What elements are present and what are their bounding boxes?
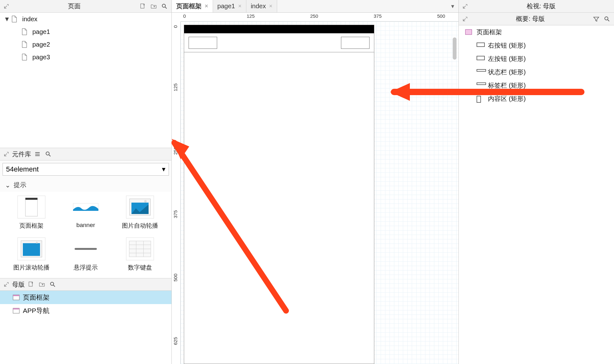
search-outline-icon[interactable] xyxy=(603,15,611,23)
svg-rect-28 xyxy=(477,56,484,60)
library-dropdown[interactable]: 54element ▾ xyxy=(3,163,169,176)
library-category[interactable]: ⌄ 提示 xyxy=(0,178,171,192)
library-panel-header: 元件库 xyxy=(0,148,171,160)
popout-icon[interactable] xyxy=(3,281,10,288)
search-library-icon[interactable] xyxy=(44,150,53,159)
masters-panel-header: 母版 xyxy=(0,278,171,291)
tab-page-frame[interactable]: 页面框架 × xyxy=(172,0,213,12)
outline-panel-title: 概要: 母版 xyxy=(516,15,545,23)
master-item-page-frame[interactable]: 页面框架 xyxy=(0,291,171,304)
tabs-dropdown-icon[interactable]: ▾ xyxy=(447,3,458,10)
outline-label: 右按钮 (矩形) xyxy=(488,41,526,50)
tree-item-page3[interactable]: page3 xyxy=(0,51,171,63)
popout-icon[interactable] xyxy=(461,3,469,10)
outline-item-left-btn[interactable]: 左按钮 (矩形) xyxy=(459,52,614,65)
expand-icon[interactable]: ▼ xyxy=(4,16,11,23)
svg-point-25 xyxy=(605,17,608,20)
close-tab-icon[interactable]: × xyxy=(269,3,272,10)
outline-root[interactable]: 页面框架 xyxy=(459,25,614,39)
outline-item-status-bar[interactable]: 状态栏 (矩形) xyxy=(459,65,614,79)
outline-label: 左按钮 (矩形) xyxy=(488,55,526,63)
widget-page-frame[interactable]: 页面框架 xyxy=(6,196,57,230)
left-button-rect[interactable] xyxy=(189,37,217,49)
tree-item-page2[interactable]: page2 xyxy=(0,38,171,51)
ruler-horizontal[interactable]: 0 125 250 375 500 xyxy=(181,13,458,22)
close-tab-icon[interactable]: × xyxy=(205,3,208,10)
rect-icon xyxy=(477,42,485,48)
widget-numpad[interactable]: 数字键盘 xyxy=(115,237,165,272)
outline-item-content[interactable]: 内容区 (矩形) xyxy=(459,92,614,105)
ruler-tick-label: 125 xyxy=(247,13,255,19)
ruler-tick-label: 0 xyxy=(183,13,186,19)
add-master-folder-icon[interactable] xyxy=(37,280,46,289)
svg-rect-3 xyxy=(25,198,37,216)
title-bar-rect[interactable] xyxy=(184,33,374,52)
page-frame-widget[interactable] xyxy=(184,25,374,364)
page-icon xyxy=(22,41,29,48)
rect-wide-icon xyxy=(477,82,485,88)
search-masters-icon[interactable] xyxy=(48,280,57,289)
tab-page1[interactable]: page1 × xyxy=(213,0,246,12)
widget-scroll-carousel[interactable]: 图片滚动轮播 xyxy=(6,237,57,272)
canvas-wrap: 0 125 250 375 500 625 xyxy=(172,22,458,364)
svg-point-2 xyxy=(46,152,49,155)
masters-list: 页面框架 APP导航 xyxy=(0,291,171,364)
ruler-tick-label: 0 xyxy=(173,25,178,28)
library-panel-title: 元件库 xyxy=(12,150,31,159)
svg-rect-24 xyxy=(13,308,19,309)
svg-point-11 xyxy=(36,242,38,244)
ruler-tick-label: 625 xyxy=(173,337,178,345)
outline-item-tab-bar[interactable]: 标签栏 (矩形) xyxy=(459,79,614,92)
svg-rect-26 xyxy=(465,29,472,35)
master-icon xyxy=(465,29,473,35)
tab-label: index xyxy=(251,3,266,10)
svg-rect-10 xyxy=(23,243,40,256)
search-pages-icon[interactable] xyxy=(160,2,169,11)
popout-icon[interactable] xyxy=(3,150,10,158)
add-page-icon[interactable] xyxy=(138,2,147,11)
widget-label: 悬浮提示 xyxy=(74,263,98,272)
close-tab-icon[interactable]: × xyxy=(238,3,242,10)
filter-icon[interactable] xyxy=(592,15,601,23)
masters-panel-title: 母版 xyxy=(12,280,25,289)
add-folder-icon[interactable] xyxy=(149,2,158,11)
pages-tree: ▼ index page1 page2 page3 xyxy=(0,13,171,148)
add-master-icon[interactable] xyxy=(27,280,36,289)
vertical-scrollbar[interactable] xyxy=(453,37,457,60)
svg-rect-30 xyxy=(477,83,486,85)
tree-label: page3 xyxy=(32,54,50,61)
popout-icon[interactable] xyxy=(3,3,10,10)
svg-point-1 xyxy=(162,4,165,7)
chevron-down-icon: ▾ xyxy=(162,165,165,173)
right-button-rect[interactable] xyxy=(341,37,370,49)
widget-label: banner xyxy=(76,222,95,229)
master-icon xyxy=(13,308,20,314)
outline-tree: 页面框架 右按钮 (矩形) 左按钮 (矩形) 状态栏 (矩形) 标签栏 (矩形)… xyxy=(459,25,614,364)
tab-index[interactable]: index × xyxy=(246,0,277,12)
tree-item-index[interactable]: ▼ index xyxy=(0,13,171,25)
ruler-tick-label: 125 xyxy=(173,83,178,91)
outline-item-right-btn[interactable]: 右按钮 (矩形) xyxy=(459,39,614,52)
master-icon xyxy=(13,295,20,300)
library-grid: 页面框架 banner 图片自动轮播 图片滚动轮播 悬浮提示 数字键盘 xyxy=(0,192,171,278)
master-label: APP导航 xyxy=(23,306,50,315)
ruler-vertical[interactable]: 0 125 250 375 500 625 xyxy=(172,22,181,364)
center-area: 页面框架 × page1 × index × ▾ 0 125 250 375 5… xyxy=(172,0,458,364)
chevron-down-icon: ⌄ xyxy=(5,181,10,189)
tree-label: page1 xyxy=(32,28,50,36)
status-bar-rect[interactable] xyxy=(184,25,374,33)
master-item-app-nav[interactable]: APP导航 xyxy=(0,304,171,317)
tree-item-page1[interactable]: page1 xyxy=(0,25,171,38)
ruler-tick-label: 250 xyxy=(173,147,178,155)
library-menu-icon[interactable] xyxy=(33,150,42,159)
canvas[interactable] xyxy=(181,22,458,364)
ruler-tick-label: 375 xyxy=(173,210,178,218)
right-column: 检视: 母版 概要: 母版 页面框架 右按钮 (矩形) xyxy=(458,0,614,364)
inspect-panel-title: 检视: 母版 xyxy=(527,2,556,10)
popout-icon[interactable] xyxy=(461,15,469,23)
widget-auto-carousel[interactable]: 图片自动轮播 xyxy=(115,196,165,230)
widget-tooltip[interactable]: 悬浮提示 xyxy=(61,237,111,272)
widget-banner[interactable]: banner xyxy=(61,196,111,230)
library-selected: 54element xyxy=(6,165,39,173)
outline-label: 页面框架 xyxy=(477,28,502,36)
